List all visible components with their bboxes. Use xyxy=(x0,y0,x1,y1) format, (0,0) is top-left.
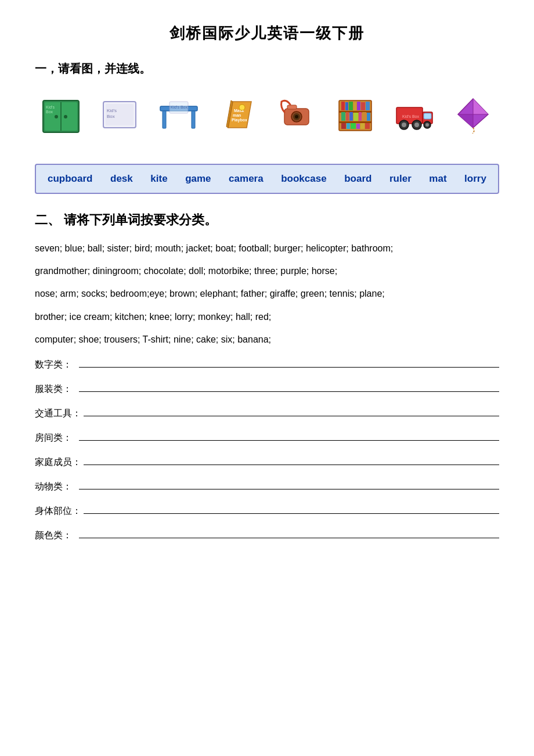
desk-image-2: Kid's Box xyxy=(153,94,205,141)
svg-point-3 xyxy=(55,115,58,118)
svg-rect-40 xyxy=(353,113,358,121)
svg-rect-39 xyxy=(349,112,353,121)
section2-header: 二、 请将下列单词按要求分类。 xyxy=(35,211,499,229)
category-shuzilei: 数字类： xyxy=(35,355,499,374)
word-bank-row: cupboard desk kite game camera bookcase … xyxy=(48,173,486,185)
svg-rect-43 xyxy=(367,113,370,121)
word-list-para-1: seven; blue; ball; sister; bird; mouth; … xyxy=(35,238,499,258)
svg-text:Kid's Box: Kid's Box xyxy=(171,105,187,109)
svg-rect-48 xyxy=(360,123,365,129)
svg-text:Box: Box xyxy=(46,110,53,114)
category-underline-1[interactable] xyxy=(79,391,499,392)
svg-text:Playbox: Playbox xyxy=(232,118,247,123)
category-underline-0[interactable] xyxy=(79,367,499,368)
word-mat: mat xyxy=(429,173,446,185)
category-label-4: 家庭成员： xyxy=(35,453,81,471)
category-yanselei: 颜色类： xyxy=(35,526,499,545)
bookcase-image xyxy=(329,94,381,141)
svg-text:man: man xyxy=(233,113,241,117)
word-list-para-2: grandmother; diningroom; chocolate; doll… xyxy=(35,261,499,281)
game-image: Mask man Playbox xyxy=(211,94,264,141)
category-underline-5[interactable] xyxy=(79,489,499,489)
svg-point-54 xyxy=(402,123,406,127)
word-kite: kite xyxy=(150,173,167,185)
svg-rect-44 xyxy=(341,123,346,129)
images-row: Kid's Box Kid's Box xyxy=(35,88,499,146)
lorry-image: Kid's Box xyxy=(388,94,441,141)
word-bookcase: bookcase xyxy=(281,173,326,185)
section1-header: 一，请看图，并连线。 xyxy=(35,61,499,77)
svg-point-4 xyxy=(64,115,67,118)
svg-rect-33 xyxy=(353,102,356,110)
category-dongwulei: 动物类： xyxy=(35,477,499,496)
category-label-7: 颜色类： xyxy=(35,526,77,545)
svg-rect-41 xyxy=(359,112,362,121)
svg-point-56 xyxy=(414,123,419,127)
desk-image-1: Kid's Box xyxy=(93,94,146,141)
svg-rect-12 xyxy=(163,111,166,128)
category-underline-3[interactable] xyxy=(79,440,499,441)
svg-rect-52 xyxy=(424,113,431,119)
svg-rect-31 xyxy=(345,102,348,110)
category-underline-7[interactable] xyxy=(79,538,499,538)
camera-image xyxy=(270,94,323,141)
category-shentibуwei: 身体部位： xyxy=(35,502,499,520)
category-label-6: 身体部位： xyxy=(35,502,81,520)
svg-text:Kid's Box: Kid's Box xyxy=(402,114,419,118)
svg-text:Kid's: Kid's xyxy=(107,108,117,113)
category-fuzhuanglei: 服装类： xyxy=(35,380,499,398)
svg-rect-37 xyxy=(341,112,345,121)
word-board: board xyxy=(344,173,371,185)
word-game: game xyxy=(185,173,211,185)
svg-rect-13 xyxy=(192,111,195,128)
category-label-0: 数字类： xyxy=(35,355,77,374)
svg-point-58 xyxy=(425,123,429,127)
svg-rect-34 xyxy=(357,102,360,110)
category-underline-4[interactable] xyxy=(84,465,499,465)
svg-text:Kid's: Kid's xyxy=(46,105,55,109)
category-jiatingchengyuan: 家庭成员： xyxy=(35,453,499,471)
category-jiaotongtools: 交通工具： xyxy=(35,404,499,423)
svg-point-25 xyxy=(295,115,298,118)
cupboard-image: Kid's Box xyxy=(35,94,87,141)
word-bank-box: cupboard desk kite game camera bookcase … xyxy=(35,164,499,194)
word-list-para-3: nose; arm; socks; bedroom;eye; brown; el… xyxy=(35,283,499,304)
svg-rect-45 xyxy=(347,123,350,129)
svg-rect-49 xyxy=(365,123,370,129)
svg-rect-42 xyxy=(362,112,366,121)
kite-image xyxy=(447,94,499,141)
page-title: 剑桥国际少儿英语一级下册 xyxy=(35,23,499,44)
svg-rect-30 xyxy=(341,102,345,110)
svg-rect-38 xyxy=(346,112,349,121)
word-list-para-4: brother; ice cream; kitchen; knee; lorry… xyxy=(35,307,499,327)
category-label-5: 动物类： xyxy=(35,477,77,496)
svg-rect-32 xyxy=(349,102,353,110)
word-cupboard: cupboard xyxy=(48,173,92,185)
word-camera: camera xyxy=(229,173,264,185)
svg-rect-26 xyxy=(287,105,297,109)
svg-rect-36 xyxy=(366,102,370,110)
category-underline-2[interactable] xyxy=(84,416,499,416)
category-fangjian: 房间类： xyxy=(35,429,499,447)
category-label-2: 交通工具： xyxy=(35,404,81,423)
svg-text:Box: Box xyxy=(107,114,115,119)
word-desk: desk xyxy=(110,173,133,185)
svg-rect-46 xyxy=(351,123,356,129)
svg-point-21 xyxy=(239,105,245,110)
word-lorry: lorry xyxy=(464,173,486,185)
svg-rect-47 xyxy=(356,124,360,129)
category-label-3: 房间类： xyxy=(35,429,77,447)
word-ruler: ruler xyxy=(389,173,412,185)
svg-rect-29 xyxy=(339,121,371,123)
svg-rect-35 xyxy=(361,102,365,110)
category-label-1: 服装类： xyxy=(35,380,77,398)
category-underline-6[interactable] xyxy=(84,513,499,514)
word-list-para-5: computer; shoe; trousers; T-shirt; nine;… xyxy=(35,329,499,350)
